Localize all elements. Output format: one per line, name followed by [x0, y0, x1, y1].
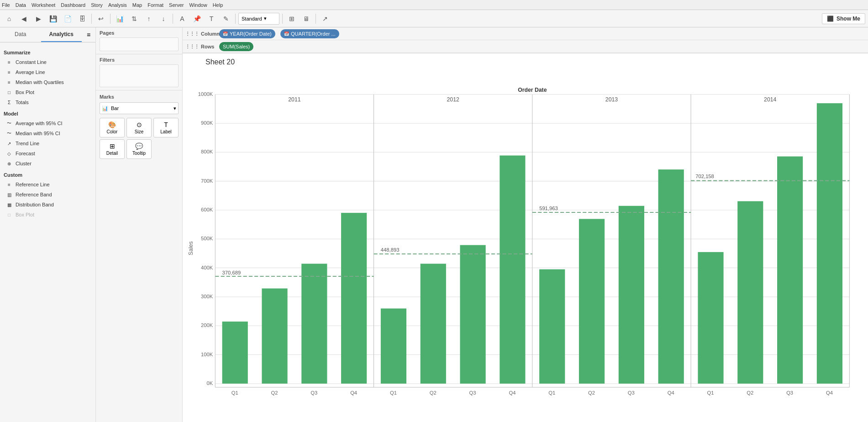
- bar-2012-q3[interactable]: [460, 245, 486, 384]
- svg-text:Q4: Q4: [509, 390, 516, 396]
- toolbar-tooltip-btn[interactable]: T: [205, 13, 218, 25]
- menu-server[interactable]: Server: [169, 2, 184, 8]
- panel-menu-btn[interactable]: ≡: [82, 27, 95, 42]
- menu-worksheet[interactable]: Worksheet: [32, 2, 55, 8]
- distribution-band-item[interactable]: ▦ Distribution Band: [4, 200, 92, 210]
- box-plot-summarize-item[interactable]: □ Box Plot: [4, 87, 92, 97]
- svg-text:Q2: Q2: [588, 390, 595, 396]
- bar-2012-q1[interactable]: [381, 308, 406, 383]
- sum-sales-pill[interactable]: SUM(Sales): [219, 42, 253, 51]
- toolbar-device-btn[interactable]: 🖥: [300, 13, 313, 25]
- average-line-label: Average Line: [16, 69, 45, 75]
- reference-band-item[interactable]: ▥ Reference Band: [4, 190, 92, 200]
- columns-icon: ⋮⋮⋮: [185, 31, 199, 36]
- median-95ci-item[interactable]: 〜 Median with 95% CI: [4, 128, 92, 138]
- menu-help[interactable]: Help: [213, 2, 223, 8]
- toolbar-back-btn[interactable]: ◀: [17, 13, 30, 25]
- box-plot-summarize-icon: □: [5, 89, 13, 96]
- bar-2014-q4[interactable]: [817, 103, 842, 384]
- quarter-pill[interactable]: 📅 QUARTER(Order ...: [280, 29, 339, 38]
- box-plot-summarize-label: Box Plot: [16, 90, 34, 95]
- bar-2014-q1[interactable]: [698, 252, 723, 384]
- avg-label-2014: 702,158: [695, 174, 714, 179]
- sep6: [316, 14, 316, 24]
- toolbar-grid-btn[interactable]: ⊞: [285, 13, 298, 25]
- constant-line-item[interactable]: ≡ Constant Line: [4, 57, 92, 67]
- bar-2013-q3[interactable]: [619, 206, 644, 384]
- year-pill[interactable]: 📅 YEAR(Order Date): [219, 29, 275, 38]
- sep5: [282, 14, 283, 24]
- toolbar-save-btn[interactable]: 💾: [47, 13, 59, 25]
- sum-sales-pill-label: SUM(Sales): [223, 44, 250, 49]
- detail-label: Detail: [106, 151, 118, 156]
- cluster-item[interactable]: ⊕ Cluster: [4, 158, 92, 169]
- panel-tabs: Data Analytics ≡: [0, 27, 95, 42]
- svg-text:300K: 300K: [201, 294, 213, 299]
- toolbar-share-btn[interactable]: ↗: [319, 13, 331, 25]
- totals-icon: Σ: [5, 99, 13, 106]
- pages-content[interactable]: [100, 37, 179, 51]
- toolbar-sort-asc-btn[interactable]: ↑: [142, 13, 155, 25]
- menu-dashboard[interactable]: Dashboard: [61, 2, 85, 8]
- avg-95ci-icon: 〜: [5, 120, 13, 127]
- menu-analysis[interactable]: Analysis: [108, 2, 127, 8]
- average-line-item[interactable]: ≡ Average Line: [4, 67, 92, 77]
- bar-2014-q2[interactable]: [737, 201, 763, 384]
- toolbar-undo-btn[interactable]: ↩: [95, 13, 107, 25]
- year-pill-icon: 📅: [223, 32, 228, 36]
- bar-2012-q2[interactable]: [421, 264, 446, 383]
- color-btn[interactable]: 🎨 Color: [100, 118, 125, 137]
- toolbar-label-btn[interactable]: A: [176, 13, 189, 25]
- bar-2013-q1[interactable]: [539, 269, 565, 384]
- reference-line-item[interactable]: ≡ Reference Line: [4, 179, 92, 190]
- bar-2011-q4[interactable]: [341, 213, 367, 384]
- median-95ci-label: Median with 95% CI: [16, 131, 60, 136]
- forecast-label: Forecast: [16, 151, 35, 156]
- totals-item[interactable]: Σ Totals: [4, 97, 92, 107]
- marks-type-dropdown[interactable]: 📊 Bar ▾: [100, 102, 179, 114]
- filters-content[interactable]: [100, 64, 179, 87]
- bar-2011-q2[interactable]: [262, 289, 287, 384]
- bar-2013-q4[interactable]: [658, 169, 684, 384]
- menu-map[interactable]: Map: [132, 2, 142, 8]
- filters-label: Filters: [100, 57, 179, 63]
- toolbar-highlight-btn[interactable]: ✎: [220, 13, 232, 25]
- svg-text:100K: 100K: [201, 352, 213, 357]
- year-2011: 2011: [288, 96, 300, 103]
- median-quartiles-item[interactable]: ≡ Median with Quartiles: [4, 77, 92, 87]
- tab-analytics[interactable]: Analytics: [41, 27, 82, 42]
- label-btn[interactable]: T Label: [153, 118, 179, 137]
- menu-window[interactable]: Window: [189, 2, 207, 8]
- menu-format[interactable]: Format: [147, 2, 163, 8]
- toolbar-forward-btn[interactable]: ▶: [32, 13, 45, 25]
- toolbar-chart-type-btn[interactable]: 📊: [113, 13, 126, 25]
- show-me-button[interactable]: ⬛ Show Me: [822, 13, 865, 24]
- toolbar-sort-desc-btn[interactable]: ↓: [157, 13, 170, 25]
- tab-data[interactable]: Data: [0, 27, 41, 42]
- trend-line-item[interactable]: ↗ Trend Line: [4, 138, 92, 148]
- svg-text:Q3: Q3: [469, 390, 476, 396]
- detail-btn[interactable]: ⊞ Detail: [100, 139, 125, 159]
- toolbar-home-btn[interactable]: ⌂: [3, 13, 16, 25]
- toolbar-datasource-btn[interactable]: 🗄: [76, 13, 89, 25]
- bar-2014-q3[interactable]: [777, 157, 803, 384]
- toolbar-pin-btn[interactable]: 📌: [190, 13, 203, 25]
- bar-2011-q3[interactable]: [301, 264, 327, 383]
- size-btn[interactable]: ⊙ Size: [126, 118, 152, 137]
- bar-2013-q2[interactable]: [579, 219, 605, 384]
- toolbar-new-btn[interactable]: 📄: [61, 13, 74, 25]
- menu-file[interactable]: File: [2, 2, 10, 8]
- chart-area: ⋮⋮⋮ Columns 📅 YEAR(Order Date) 📅 QUARTER…: [183, 27, 868, 422]
- menu-story[interactable]: Story: [91, 2, 103, 8]
- avg-95ci-item[interactable]: 〜 Average with 95% CI: [4, 118, 92, 128]
- bar-2012-q4[interactable]: [500, 155, 525, 383]
- svg-text:Q1: Q1: [390, 390, 397, 396]
- menu-data[interactable]: Data: [16, 2, 26, 8]
- tooltip-btn[interactable]: 💬 Tooltip: [126, 139, 152, 159]
- view-dropdown[interactable]: Standard ▾: [238, 13, 279, 25]
- sep3: [173, 14, 173, 24]
- avg-95ci-label: Average with 95% CI: [16, 121, 63, 126]
- forecast-item[interactable]: ◇ Forecast: [4, 148, 92, 158]
- toolbar-swap-btn[interactable]: ⇅: [128, 13, 141, 25]
- bar-2011-q1[interactable]: [222, 322, 248, 384]
